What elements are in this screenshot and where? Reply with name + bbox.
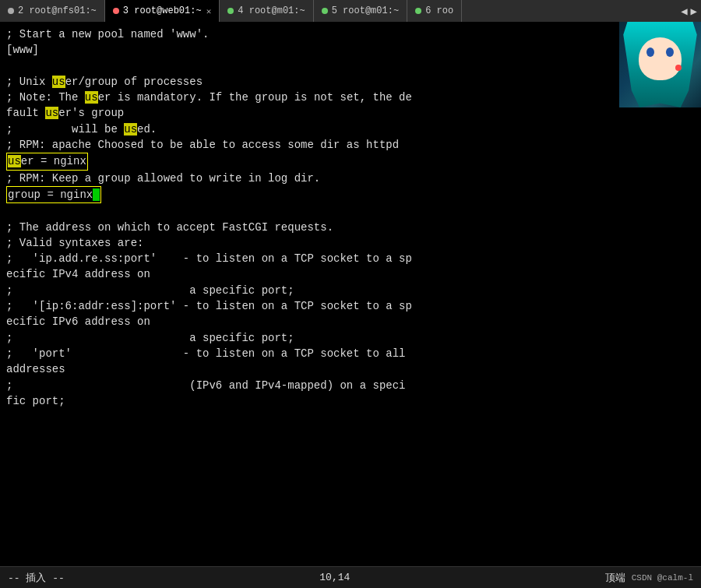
status-scroll: 顶端 (605, 571, 625, 585)
avatar-eye-right (666, 48, 674, 57)
avatar-eye-left (646, 48, 654, 57)
tab-nav-arrows: ◀ ▶ (677, 0, 701, 22)
tab-4[interactable]: 4 root@m01:~ (220, 0, 313, 22)
tab-label-2: 2 root@nfs01:~ (18, 5, 97, 16)
tab-close-3[interactable]: ✕ (206, 6, 212, 16)
line-13: ; Valid syntaxes are: (6, 235, 695, 251)
tab-2[interactable]: 2 root@nfs01:~ (0, 0, 105, 22)
line-23: fic port; (6, 393, 695, 409)
terminal[interactable]: ; Start a new pool named 'www'. [www] ; … (0, 22, 701, 566)
avatar-background (619, 22, 701, 107)
line-10: ; RPM: Keep a group allowed to write in … (6, 171, 695, 186)
tab-label-6: 6 roo (425, 5, 453, 16)
tab-dot-2 (8, 8, 14, 14)
line-6: fault user's group (6, 105, 695, 121)
tab-6[interactable]: 6 roo (407, 0, 462, 22)
avatar-area (619, 22, 701, 107)
line-2: [www] (6, 42, 695, 58)
line-4: ; Unix user/group of processes (6, 74, 695, 90)
line-3 (6, 58, 695, 74)
line-9: user = nginx (6, 153, 695, 170)
line-20: ; 'port' - to listen on a TCP socket to … (6, 346, 695, 361)
tab-dot-4 (227, 8, 234, 14)
line-12: ; The address on which to accept FastCGI… (6, 220, 695, 235)
line-11: group = nginx (6, 186, 695, 203)
tab-nav-left[interactable]: ◀ (681, 5, 687, 18)
line-17: ; '[ip:6:addr:ess]:port' - to listen on … (6, 298, 695, 314)
line-21: addresses (6, 361, 695, 377)
tab-5[interactable]: 5 root@m01:~ (314, 0, 407, 22)
line-7: ; will be used. (6, 121, 695, 137)
status-mode: -- 插入 -- (8, 571, 65, 585)
tab-bar: 2 root@nfs01:~ 3 root@web01:~ ✕ 4 root@m… (0, 0, 701, 22)
line-1: ; Start a new pool named 'www'. (6, 26, 695, 42)
csdn-label: CSDN @calm-l (632, 573, 693, 583)
tab-label-5: 5 root@m01:~ (332, 5, 399, 16)
tab-label-4: 4 root@m01:~ (238, 5, 305, 16)
tab-dot-5 (322, 8, 328, 14)
line-8: ; RPM: apache Choosed to be able to acce… (6, 137, 695, 153)
line-22: ; (IPv6 and IPv4-mapped) on a speci (6, 378, 695, 393)
avatar-dot (675, 65, 682, 71)
status-bar: -- 插入 -- 10,14 顶端 CSDN @calm-l (0, 566, 701, 588)
tab-dot-3 (113, 8, 119, 14)
line-19: ; a specific port; (6, 330, 695, 346)
tab-dot-6 (415, 8, 421, 14)
tab-nav-right[interactable]: ▶ (691, 5, 697, 18)
status-position: 10,14 (319, 572, 350, 583)
line-blank (6, 203, 695, 219)
line-14: ; 'ip.add.re.ss:port' - to listen on a T… (6, 251, 695, 266)
line-5: ; Note: The user is mandatory. If the gr… (6, 90, 695, 105)
line-16: ; a specific port; (6, 283, 695, 298)
tab-label-3: 3 root@web01:~ (123, 5, 202, 16)
avatar-face (639, 37, 682, 80)
tab-3[interactable]: 3 root@web01:~ ✕ (105, 0, 220, 22)
line-18: ecific IPv6 address on (6, 314, 695, 329)
line-15: ecific IPv4 address on (6, 266, 695, 282)
